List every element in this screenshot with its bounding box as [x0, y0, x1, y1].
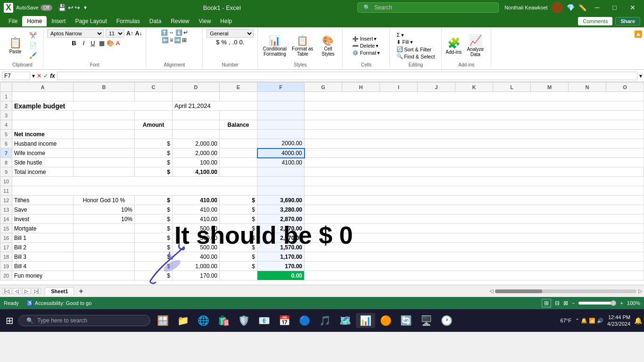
cell-F11[interactable]: [257, 186, 305, 196]
cell-F9[interactable]: [257, 167, 305, 177]
cell-E8[interactable]: [220, 158, 257, 167]
bold-button[interactable]: B: [69, 39, 78, 48]
taskbar-icon-orange[interactable]: 🟠: [376, 313, 396, 328]
cell-A1[interactable]: [12, 92, 74, 101]
cell-E20[interactable]: [220, 271, 257, 280]
cell-B4[interactable]: [74, 120, 135, 130]
diamond-icon[interactable]: 💎: [567, 4, 575, 11]
font-color-button[interactable]: A: [116, 40, 120, 47]
cell-G10[interactable]: [305, 177, 644, 186]
page-layout-view-button[interactable]: ⊟: [555, 300, 560, 306]
cell-F15[interactable]: 2,370.00: [257, 224, 305, 233]
cell-F13[interactable]: 3,280.00: [257, 205, 305, 214]
cell-E6[interactable]: [220, 139, 257, 148]
increase-decimal-button[interactable]: .0: [232, 39, 238, 46]
scroll-right-icon[interactable]: ▷: [638, 288, 642, 294]
cell-B17[interactable]: [74, 243, 135, 252]
cut-button[interactable]: ✂️: [27, 31, 39, 40]
conditional-formatting-button[interactable]: 📊 Conditional Formatting: [262, 35, 288, 57]
col-header-K[interactable]: K: [455, 82, 493, 92]
minimize-button[interactable]: ─: [590, 4, 604, 11]
cell-G19[interactable]: [305, 262, 644, 271]
cell-G17[interactable]: [305, 243, 644, 252]
col-header-M[interactable]: M: [531, 82, 569, 92]
dropdown-arrow-icon[interactable]: ▾: [32, 73, 35, 79]
cell-D4[interactable]: [173, 120, 220, 130]
cell-C7[interactable]: $: [135, 148, 173, 158]
underline-button[interactable]: U: [89, 39, 97, 47]
col-header-H[interactable]: H: [342, 82, 380, 92]
col-header-A[interactable]: A: [12, 82, 74, 92]
align-middle-button[interactable]: ↔️: [169, 29, 174, 36]
cell-E16[interactable]: $: [220, 233, 257, 243]
col-header-O[interactable]: O: [606, 82, 644, 92]
zoom-in-button[interactable]: +: [620, 300, 623, 306]
format-cells-button[interactable]: ⚙️Format▾: [352, 50, 380, 56]
system-tray[interactable]: ⌃ 🔔 📶 🔊: [575, 318, 603, 324]
cell-B6[interactable]: [74, 139, 135, 148]
taskbar-icon-edge[interactable]: 🌐: [194, 313, 213, 328]
cell-A18[interactable]: Bill 3: [12, 252, 74, 262]
cell-D2[interactable]: April 21,2024: [173, 101, 257, 111]
italic-button[interactable]: I: [81, 39, 87, 48]
cell-B8[interactable]: [74, 158, 135, 167]
currency-button[interactable]: $: [216, 39, 219, 46]
cell-A9[interactable]: Total income: [12, 167, 74, 177]
cell-G9[interactable]: [305, 167, 644, 177]
cell-A11[interactable]: [12, 186, 257, 196]
format-painter-button[interactable]: 🖌️: [27, 51, 39, 60]
cell-A10[interactable]: [12, 177, 257, 186]
cell-E18[interactable]: $: [220, 252, 257, 262]
cell-E7[interactable]: [220, 148, 257, 158]
cell-A13[interactable]: Save: [12, 205, 74, 214]
cell-D16[interactable]: 300.00: [173, 233, 220, 243]
cell-B15[interactable]: [74, 224, 135, 233]
col-header-I[interactable]: I: [380, 82, 418, 92]
cell-E12[interactable]: $: [220, 196, 257, 205]
cell-D9[interactable]: 4,100.00: [173, 167, 220, 177]
expand-formula-icon[interactable]: ▾: [639, 73, 642, 79]
cell-G8[interactable]: [305, 158, 644, 167]
number-format-select[interactable]: General: [206, 29, 254, 38]
tab-view[interactable]: View: [194, 16, 216, 26]
sum-button[interactable]: Σ ▾: [396, 32, 435, 38]
cell-D12[interactable]: 410.00: [173, 196, 220, 205]
cell-D5[interactable]: [173, 130, 220, 139]
cell-B20[interactable]: [74, 271, 135, 280]
decrease-decimal-button[interactable]: 0.: [239, 39, 245, 46]
cell-A20[interactable]: Fun money: [12, 271, 74, 280]
col-header-E[interactable]: E: [220, 82, 257, 92]
scroll-left-icon[interactable]: ◁: [489, 288, 493, 294]
taskbar-icon-windows[interactable]: 🪟: [153, 313, 173, 328]
font-name-select[interactable]: Aptos Narrow: [47, 29, 104, 38]
redo-icon[interactable]: ↪: [74, 4, 80, 11]
add-sheet-button[interactable]: +: [76, 287, 86, 296]
cell-G5[interactable]: [305, 130, 644, 139]
tab-file[interactable]: File: [4, 16, 22, 26]
cell-styles-button[interactable]: 🎨 Cell Styles: [317, 35, 339, 57]
cell-D17[interactable]: 500.00: [173, 243, 220, 252]
wrap-text-button[interactable]: ↵: [183, 29, 188, 36]
cell-C16[interactable]: $: [135, 233, 173, 243]
font-size-select[interactable]: 11: [106, 29, 124, 38]
cell-D7[interactable]: 2,000.00: [173, 148, 220, 158]
cell-C18[interactable]: $: [135, 252, 173, 262]
taskbar-icon-spotify[interactable]: 🎵: [315, 313, 335, 328]
row-header-8[interactable]: 8: [0, 158, 12, 167]
ribbon-collapse-button[interactable]: 🔼: [634, 30, 642, 38]
cell-B14[interactable]: 10%: [74, 214, 135, 224]
row-header-13[interactable]: 13: [0, 205, 12, 214]
tab-help[interactable]: Help: [215, 16, 237, 26]
cell-F16[interactable]: 2,070.00: [257, 233, 305, 243]
analyze-data-button[interactable]: 📈 Analyze Data: [463, 34, 487, 57]
cell-F2[interactable]: [257, 101, 305, 111]
cell-A17[interactable]: Bill 2: [12, 243, 74, 252]
cell-B12[interactable]: Honor God 10 %: [74, 196, 135, 205]
zoom-out-button[interactable]: −: [572, 300, 575, 306]
cell-F6[interactable]: 2000.00: [257, 139, 305, 148]
cell-C3[interactable]: [135, 111, 173, 120]
fill-color-button[interactable]: 🎨: [107, 40, 114, 47]
col-header-G[interactable]: G: [305, 82, 342, 92]
cell-G7[interactable]: [305, 148, 644, 158]
cell-A2[interactable]: Example budget: [12, 101, 173, 111]
